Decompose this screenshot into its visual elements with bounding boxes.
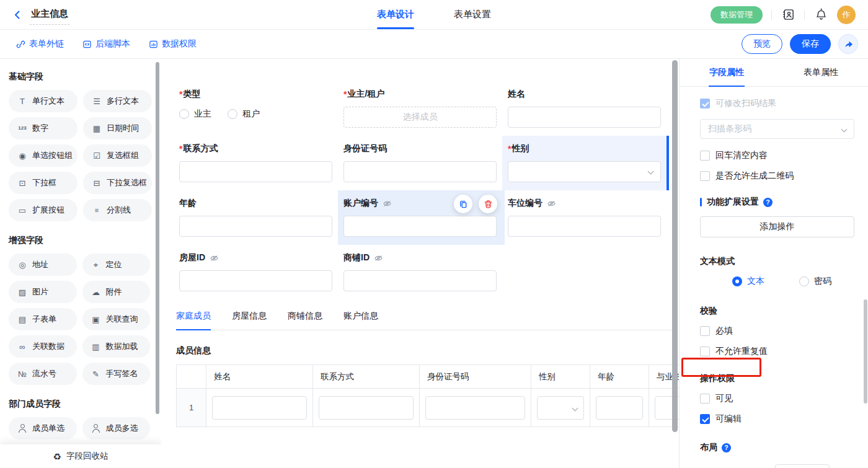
tab-family-members[interactable]: 家庭成员 [176, 308, 211, 330]
visible-checkbox-row[interactable]: 可见 [700, 393, 854, 404]
row-contact-input[interactable] [319, 396, 414, 420]
field-attachment[interactable]: ☁附件 [82, 281, 151, 303]
field-dropdown[interactable]: ⊡下拉框 [9, 172, 78, 194]
field-label: *类型 [179, 89, 332, 100]
field-cell-account-no[interactable]: 账户编号 [338, 190, 505, 245]
canvas-scrollbar[interactable] [672, 60, 678, 432]
field-lookup[interactable]: ▣关联查询 [82, 308, 151, 330]
field-member-single[interactable]: 成员单选 [9, 417, 77, 439]
add-action-button[interactable]: 添加操作 [700, 216, 854, 237]
toolbar-links: 表单外链 后端脚本 数据权限 [16, 38, 197, 50]
member-picker[interactable]: 选择成员 [343, 107, 497, 128]
help-question-icon[interactable]: ? [763, 198, 773, 207]
field-cell-owner[interactable]: *业主/租户 选择成员 [340, 81, 505, 136]
tab-form-settings[interactable]: 表单设置 [454, 0, 491, 29]
field-divider[interactable]: ≡分割线 [83, 199, 152, 221]
field-image[interactable]: ▨图片 [9, 281, 77, 303]
delete-field-button[interactable] [479, 195, 497, 213]
share-button[interactable] [838, 34, 858, 54]
top-header: 业主信息 表单设计 表单设置 数据管理 作 [0, 0, 868, 30]
field-address[interactable]: ◎地址 [9, 254, 77, 276]
row-age-input[interactable] [596, 396, 643, 420]
editable-checkbox-row[interactable]: 可编辑 [700, 413, 854, 425]
field-cell-id-number[interactable]: 身份证号码 [340, 136, 505, 190]
data-permission-button[interactable]: 数据权限 [149, 38, 197, 50]
member-table: 姓名 联系方式 身份证号码 性别 年龄 与业主关 1 [176, 364, 679, 427]
field-locate[interactable]: ⌖定位 [82, 254, 151, 276]
back-button[interactable] [11, 9, 24, 21]
field-multi-dropdown[interactable]: ⊟下拉复选框 [83, 172, 152, 194]
divider-icon: ≡ [91, 207, 102, 214]
user-avatar[interactable]: 作 [837, 6, 856, 24]
pill-label: 关联数据 [32, 341, 64, 352]
field-signature[interactable]: ✎手写签名 [82, 363, 151, 385]
field-checkbox-group[interactable]: ☑复选框组 [83, 144, 152, 167]
field-cell-gender[interactable]: *性别 [502, 136, 669, 190]
house-id-input[interactable] [179, 270, 332, 291]
field-radio-group[interactable]: ◉单选按钮组 [9, 144, 78, 167]
address-book-icon [782, 8, 795, 21]
no-duplicate-checkbox-row[interactable]: 不允许重复值 [700, 346, 854, 357]
header-left: 业主信息 [11, 4, 69, 25]
help-question-icon[interactable]: ? [722, 443, 731, 453]
tab-shop-info[interactable]: 商铺信息 [288, 308, 322, 330]
field-cell-house-id[interactable]: 房屋ID [176, 245, 340, 299]
field-datetime[interactable]: ▦日期时间 [83, 117, 152, 139]
clear-on-enter-checkbox-row[interactable]: 回车清空内容 [700, 150, 854, 161]
parking-no-input[interactable] [508, 216, 661, 237]
field-extend-button[interactable]: ▭扩展按钮 [9, 199, 78, 221]
data-manage-button[interactable]: 数据管理 [711, 6, 763, 24]
field-cell-parking-no[interactable]: 车位编号 [505, 190, 669, 245]
backend-script-button[interactable]: 后端脚本 [82, 38, 130, 50]
copy-field-button[interactable] [454, 195, 472, 213]
allow-qrcode-checkbox-row[interactable]: 是否允许生成二维码 [700, 170, 854, 182]
tab-form-properties[interactable]: 表单属性 [774, 59, 868, 86]
panel-scrollbar[interactable] [864, 299, 867, 404]
radio-option-owner[interactable]: 业主 [179, 108, 211, 120]
radio-option-text[interactable]: 文本 [732, 276, 764, 287]
field-data-load[interactable]: ▥数据加载 [82, 335, 151, 358]
required-checkbox-row[interactable]: 必填 [700, 325, 854, 337]
notification-button[interactable] [813, 7, 828, 22]
field-cell-shop-id[interactable]: 商铺ID [340, 245, 505, 299]
name-input[interactable] [508, 107, 661, 128]
row-name-input[interactable] [212, 396, 307, 420]
shop-id-input[interactable] [343, 270, 497, 291]
page-title[interactable]: 业主信息 [30, 8, 69, 25]
external-link-button[interactable]: 表单外链 [16, 38, 64, 50]
id-number-input[interactable] [343, 161, 497, 182]
row-id-number-input[interactable] [425, 396, 525, 420]
field-cell-age[interactable]: 年龄 [176, 190, 340, 245]
radio-option-password[interactable]: 密码 [799, 276, 831, 287]
field-number[interactable]: 123数字 [9, 117, 78, 139]
tab-form-design[interactable]: 表单设计 [377, 0, 414, 29]
field-cell-type[interactable]: *类型 业主 租户 [176, 81, 340, 136]
field-cell-contact[interactable]: *联系方式 [176, 136, 340, 190]
field-recycle-bin[interactable]: ♻ 字段回收站 [0, 444, 161, 468]
field-width-row: 字段宽度占整行的 1/3 [700, 464, 854, 468]
account-no-input[interactable] [343, 216, 497, 237]
radio-option-tenant[interactable]: 租户 [228, 108, 260, 120]
scan-editable-checkbox-row[interactable]: 可修改扫码结果 [700, 98, 854, 109]
address-book-button[interactable] [781, 7, 795, 22]
preview-button[interactable]: 预览 [742, 34, 782, 54]
script-icon [82, 40, 92, 49]
field-single-line-text[interactable]: T单行文本 [9, 90, 78, 112]
sidebar-scrollbar[interactable] [156, 62, 159, 414]
tab-house-info[interactable]: 房屋信息 [232, 308, 267, 330]
field-multi-line-text[interactable]: ☰多行文本 [83, 90, 152, 112]
save-button[interactable]: 保存 [790, 34, 831, 54]
field-width-select[interactable]: 1/3 [775, 464, 830, 468]
tab-account-info[interactable]: 账户信息 [343, 308, 378, 330]
field-subform[interactable]: ▤子表单 [9, 308, 77, 330]
age-input[interactable] [179, 216, 332, 237]
tab-field-properties[interactable]: 字段属性 [680, 59, 774, 86]
gender-select[interactable] [508, 161, 661, 182]
field-member-multi[interactable]: 成员多选 [82, 417, 151, 439]
scan-mode-select[interactable]: 扫描条形码 [700, 119, 854, 139]
field-linked-data[interactable]: ∞关联数据 [9, 335, 77, 358]
field-cell-name[interactable]: 姓名 [505, 81, 669, 136]
row-gender-select[interactable] [537, 396, 584, 420]
contact-input[interactable] [179, 161, 332, 182]
field-serial-number[interactable]: №流水号 [9, 363, 77, 385]
